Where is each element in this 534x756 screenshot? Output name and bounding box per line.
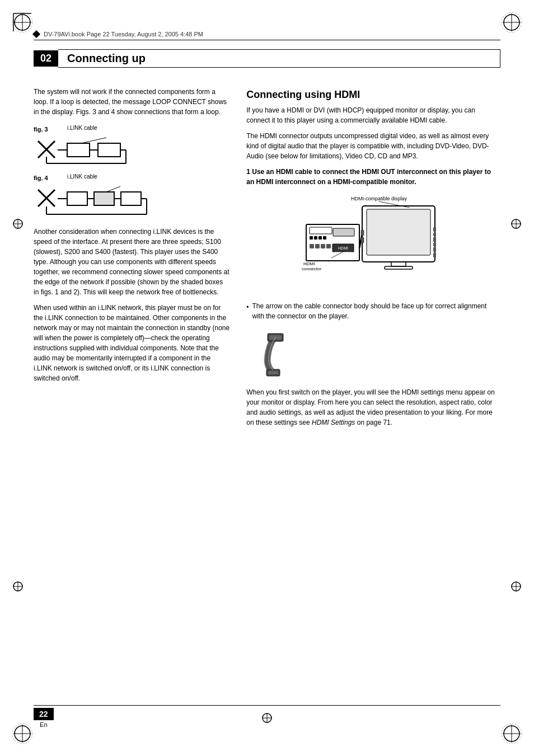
svg-rect-81 [433,243,436,246]
svg-rect-64 [333,228,354,236]
corner-mark-tl [11,11,34,34]
bottom-center-crosshair [261,712,273,725]
bottom-para-italic: HDMI Settings [312,419,355,426]
bottom-text: When you first switch on the player, you… [246,387,500,428]
svg-rect-63 [323,236,326,240]
svg-rect-33 [98,143,120,157]
svg-text:HDMI: HDMI [338,246,348,250]
svg-rect-42 [67,192,87,205]
svg-rect-46 [121,192,141,205]
corner-mark-tr [500,11,523,34]
chapter-title: Connecting up [58,49,500,68]
right-para2: The HDMI connector outputs uncompressed … [246,131,500,161]
bullet-text-1: The arrow on the cable connector body sh… [252,301,500,321]
bottom-para-end: on page 71. [355,419,392,426]
svg-rect-65 [310,244,314,248]
page-num-box: 22 [34,708,54,720]
right-intro-para: If you have a HDMI or DVI (with HDCP) eq… [246,105,500,125]
svg-rect-56 [391,262,406,266]
bottom-divider [34,705,500,706]
svg-rect-60 [310,236,313,240]
svg-rect-62 [318,236,322,240]
svg-line-51 [106,186,120,192]
svg-rect-82 [433,247,436,252]
left-column: The system will not work if the connecte… [34,87,229,428]
fig3-diagram [34,137,229,166]
diamond-icon [32,30,40,38]
corner-mark-bl [11,722,34,745]
page-lang: En [34,721,54,728]
svg-line-53 [379,201,410,208]
fig4-label: fig. 4 [34,175,48,181]
svg-rect-76 [361,230,364,236]
side-mark-left-top [12,218,24,231]
fig3-container: fig. 3 i.LINK cable [34,125,229,166]
svg-rect-55 [367,209,430,255]
svg-text:HDMI-compatible display: HDMI-compatible display [351,196,407,201]
chapter-header: 02 Connecting up [34,49,500,68]
left-para1: Another consideration when connecting i.… [34,227,229,297]
bullet-item-1: • The arrow on the cable connector body … [246,301,500,321]
side-mark-left-bottom [12,581,24,594]
fig4-container: fig. 4 i.LINK cable [34,173,229,219]
chapter-number: 02 [34,50,58,67]
side-mark-right-top [510,218,522,231]
bullet-dot: • [246,302,249,321]
page-number-area: 22 En [34,708,54,728]
svg-rect-87 [268,371,278,374]
svg-rect-80 [433,237,436,242]
file-info-text: DV-79AVi.book Page 22 Tuesday, August 2,… [44,31,203,37]
fig3-label: fig. 3 [34,126,48,133]
corner-mark-br [500,722,523,745]
right-column: Connecting using HDMI If you have a HDMI… [246,87,500,428]
svg-rect-61 [314,236,317,240]
svg-rect-66 [315,244,320,248]
instruction-step1: 1 Use an HDMI cable to connect the HDMI … [246,167,500,187]
svg-rect-83 [433,253,436,257]
svg-rect-78 [433,227,436,232]
file-info-bar: DV-79AVi.book Page 22 Tuesday, August 2,… [34,31,500,40]
svg-text:connector: connector [302,266,321,271]
section-heading: Connecting using HDMI [246,89,500,101]
content-area: The system will not work if the connecte… [34,87,500,428]
svg-rect-68 [326,244,331,248]
svg-rect-67 [321,244,325,248]
svg-rect-59 [310,227,332,234]
left-intro-text: The system will not work if the connecte… [34,87,229,117]
fig3-caption: i.LINK cable [67,125,97,131]
svg-text:HDMI: HDMI [303,261,315,266]
svg-rect-44 [94,192,114,205]
svg-text:connector: connector [335,251,352,255]
hdmi-diagram: HDMI-compatible display [246,194,500,294]
fig4-diagram [34,185,229,219]
svg-rect-57 [385,266,413,269]
side-mark-right-bottom [510,581,522,594]
svg-rect-31 [67,143,90,157]
svg-rect-77 [361,237,364,243]
svg-rect-79 [433,233,436,236]
fig4-caption: i.LINK cable [67,173,97,180]
svg-line-38 [81,138,106,143]
left-para2: When used within an i.LINK network, this… [34,303,229,383]
cable-image [246,329,500,379]
